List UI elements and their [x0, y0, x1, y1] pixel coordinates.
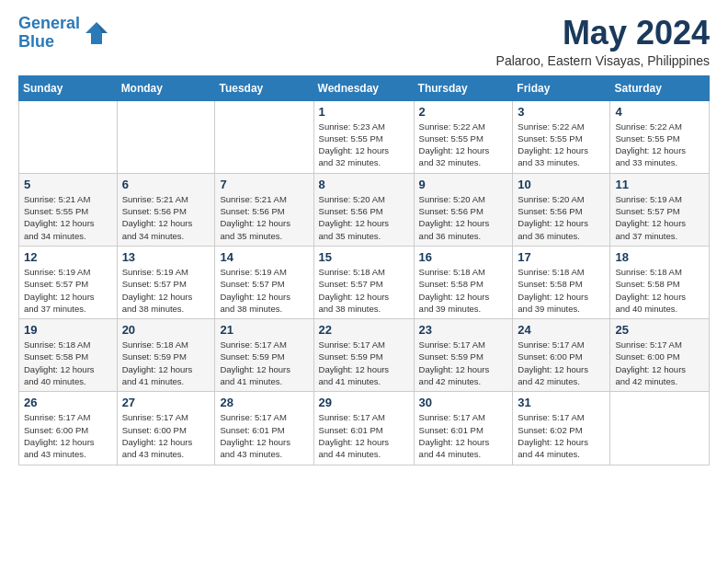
- calendar-cell: 29Sunrise: 5:17 AM Sunset: 6:01 PM Dayli…: [313, 392, 414, 465]
- day-info: Sunrise: 5:17 AM Sunset: 6:01 PM Dayligh…: [319, 411, 409, 460]
- calendar-cell: 12Sunrise: 5:19 AM Sunset: 5:57 PM Dayli…: [19, 246, 118, 318]
- calendar-cell: 21Sunrise: 5:17 AM Sunset: 5:59 PM Dayli…: [215, 319, 313, 392]
- day-info: Sunrise: 5:23 AM Sunset: 5:55 PM Dayligh…: [319, 121, 409, 169]
- day-number: 11: [615, 178, 704, 191]
- title-block: May 2024 Palaroo, Eastern Visayas, Phili…: [496, 15, 710, 68]
- day-number: 4: [615, 105, 704, 119]
- day-info: Sunrise: 5:21 AM Sunset: 5:55 PM Dayligh…: [24, 193, 112, 242]
- calendar-cell: 13Sunrise: 5:19 AM Sunset: 5:57 PM Dayli…: [117, 246, 215, 318]
- day-info: Sunrise: 5:18 AM Sunset: 5:58 PM Dayligh…: [518, 266, 605, 315]
- location-subtitle: Palaroo, Eastern Visayas, Philippines: [496, 53, 710, 68]
- month-title: May 2024: [496, 15, 710, 52]
- calendar-cell: 20Sunrise: 5:18 AM Sunset: 5:59 PM Dayli…: [117, 319, 215, 392]
- day-number: 6: [122, 178, 210, 191]
- calendar-cell: 16Sunrise: 5:18 AM Sunset: 5:58 PM Dayli…: [414, 246, 513, 318]
- calendar-cell: 25Sunrise: 5:17 AM Sunset: 6:00 PM Dayli…: [610, 319, 710, 392]
- calendar-cell: 7Sunrise: 5:21 AM Sunset: 5:56 PM Daylig…: [215, 173, 313, 246]
- day-info: Sunrise: 5:19 AM Sunset: 5:57 PM Dayligh…: [122, 266, 210, 315]
- day-info: Sunrise: 5:17 AM Sunset: 6:02 PM Dayligh…: [518, 411, 605, 460]
- day-number: 10: [518, 178, 605, 191]
- day-info: Sunrise: 5:21 AM Sunset: 5:56 PM Dayligh…: [122, 193, 210, 242]
- day-info: Sunrise: 5:19 AM Sunset: 5:57 PM Dayligh…: [615, 193, 704, 242]
- day-number: 25: [615, 323, 704, 337]
- logo: GeneralBlue: [18, 15, 109, 52]
- calendar-cell: 1Sunrise: 5:23 AM Sunset: 5:55 PM Daylig…: [313, 100, 414, 173]
- logo-icon: [84, 20, 109, 46]
- day-number: 26: [24, 396, 112, 409]
- calendar-cell: 27Sunrise: 5:17 AM Sunset: 6:00 PM Dayli…: [117, 392, 215, 465]
- day-number: 24: [518, 323, 605, 337]
- day-info: Sunrise: 5:17 AM Sunset: 6:00 PM Dayligh…: [24, 411, 112, 460]
- day-number: 17: [518, 250, 605, 264]
- weekday-header-monday: Monday: [117, 75, 215, 100]
- calendar-cell: [610, 392, 710, 465]
- day-info: Sunrise: 5:22 AM Sunset: 5:55 PM Dayligh…: [615, 121, 704, 169]
- day-number: 12: [24, 250, 112, 264]
- day-number: 8: [319, 178, 409, 191]
- calendar-cell: 30Sunrise: 5:17 AM Sunset: 6:01 PM Dayli…: [414, 392, 513, 465]
- weekday-header-wednesday: Wednesday: [313, 75, 414, 100]
- day-number: 15: [319, 250, 409, 264]
- calendar-cell: 17Sunrise: 5:18 AM Sunset: 5:58 PM Dayli…: [513, 246, 610, 318]
- calendar-week-row: 12Sunrise: 5:19 AM Sunset: 5:57 PM Dayli…: [19, 246, 710, 318]
- day-info: Sunrise: 5:19 AM Sunset: 5:57 PM Dayligh…: [220, 266, 308, 315]
- calendar-cell: 5Sunrise: 5:21 AM Sunset: 5:55 PM Daylig…: [19, 173, 118, 246]
- calendar-cell: 11Sunrise: 5:19 AM Sunset: 5:57 PM Dayli…: [610, 173, 710, 246]
- day-number: 23: [419, 323, 508, 337]
- day-info: Sunrise: 5:19 AM Sunset: 5:57 PM Dayligh…: [24, 266, 112, 315]
- day-info: Sunrise: 5:17 AM Sunset: 6:00 PM Dayligh…: [518, 339, 605, 387]
- day-info: Sunrise: 5:20 AM Sunset: 5:56 PM Dayligh…: [518, 193, 605, 242]
- day-info: Sunrise: 5:17 AM Sunset: 6:01 PM Dayligh…: [419, 411, 508, 460]
- day-info: Sunrise: 5:17 AM Sunset: 6:00 PM Dayligh…: [122, 411, 210, 460]
- day-number: 14: [220, 250, 308, 264]
- calendar-table: SundayMondayTuesdayWednesdayThursdayFrid…: [18, 75, 710, 465]
- calendar-cell: 6Sunrise: 5:21 AM Sunset: 5:56 PM Daylig…: [117, 173, 215, 246]
- day-number: 9: [419, 178, 508, 191]
- day-info: Sunrise: 5:17 AM Sunset: 6:01 PM Dayligh…: [220, 411, 308, 460]
- day-info: Sunrise: 5:18 AM Sunset: 5:59 PM Dayligh…: [122, 339, 210, 387]
- calendar-week-row: 19Sunrise: 5:18 AM Sunset: 5:58 PM Dayli…: [19, 319, 710, 392]
- calendar-cell: 15Sunrise: 5:18 AM Sunset: 5:57 PM Dayli…: [313, 246, 414, 318]
- page-header: GeneralBlue May 2024 Palaroo, Eastern Vi…: [18, 15, 710, 68]
- day-info: Sunrise: 5:18 AM Sunset: 5:58 PM Dayligh…: [419, 266, 508, 315]
- weekday-header-thursday: Thursday: [414, 75, 513, 100]
- weekday-header-tuesday: Tuesday: [215, 75, 313, 100]
- calendar-cell: 31Sunrise: 5:17 AM Sunset: 6:02 PM Dayli…: [513, 392, 610, 465]
- day-number: 7: [220, 178, 308, 191]
- day-info: Sunrise: 5:18 AM Sunset: 5:58 PM Dayligh…: [24, 339, 112, 387]
- day-number: 3: [518, 105, 605, 119]
- calendar-week-row: 26Sunrise: 5:17 AM Sunset: 6:00 PM Dayli…: [19, 392, 710, 465]
- day-info: Sunrise: 5:17 AM Sunset: 5:59 PM Dayligh…: [220, 339, 308, 387]
- weekday-header-row: SundayMondayTuesdayWednesdayThursdayFrid…: [19, 75, 710, 100]
- logo-text: GeneralBlue: [18, 15, 80, 52]
- day-number: 29: [319, 396, 409, 409]
- calendar-cell: 18Sunrise: 5:18 AM Sunset: 5:58 PM Dayli…: [610, 246, 710, 318]
- calendar-cell: [19, 100, 118, 173]
- day-number: 31: [518, 396, 605, 409]
- calendar-cell: 26Sunrise: 5:17 AM Sunset: 6:00 PM Dayli…: [19, 392, 118, 465]
- day-number: 5: [24, 178, 112, 191]
- calendar-cell: 9Sunrise: 5:20 AM Sunset: 5:56 PM Daylig…: [414, 173, 513, 246]
- day-info: Sunrise: 5:21 AM Sunset: 5:56 PM Dayligh…: [220, 193, 308, 242]
- day-number: 21: [220, 323, 308, 337]
- day-number: 13: [122, 250, 210, 264]
- day-number: 16: [419, 250, 508, 264]
- calendar-cell: 8Sunrise: 5:20 AM Sunset: 5:56 PM Daylig…: [313, 173, 414, 246]
- day-number: 19: [24, 323, 112, 337]
- day-info: Sunrise: 5:17 AM Sunset: 5:59 PM Dayligh…: [319, 339, 409, 387]
- calendar-week-row: 5Sunrise: 5:21 AM Sunset: 5:55 PM Daylig…: [19, 173, 710, 246]
- day-info: Sunrise: 5:17 AM Sunset: 6:00 PM Dayligh…: [615, 339, 704, 387]
- calendar-cell: 24Sunrise: 5:17 AM Sunset: 6:00 PM Dayli…: [513, 319, 610, 392]
- day-info: Sunrise: 5:22 AM Sunset: 5:55 PM Dayligh…: [419, 121, 508, 169]
- day-number: 27: [122, 396, 210, 409]
- calendar-week-row: 1Sunrise: 5:23 AM Sunset: 5:55 PM Daylig…: [19, 100, 710, 173]
- weekday-header-friday: Friday: [513, 75, 610, 100]
- calendar-cell: 2Sunrise: 5:22 AM Sunset: 5:55 PM Daylig…: [414, 100, 513, 173]
- day-number: 1: [319, 105, 409, 119]
- day-info: Sunrise: 5:18 AM Sunset: 5:57 PM Dayligh…: [319, 266, 409, 315]
- day-number: 22: [319, 323, 409, 337]
- calendar-cell: 10Sunrise: 5:20 AM Sunset: 5:56 PM Dayli…: [513, 173, 610, 246]
- weekday-header-saturday: Saturday: [610, 75, 710, 100]
- calendar-cell: 23Sunrise: 5:17 AM Sunset: 5:59 PM Dayli…: [414, 319, 513, 392]
- calendar-cell: [215, 100, 313, 173]
